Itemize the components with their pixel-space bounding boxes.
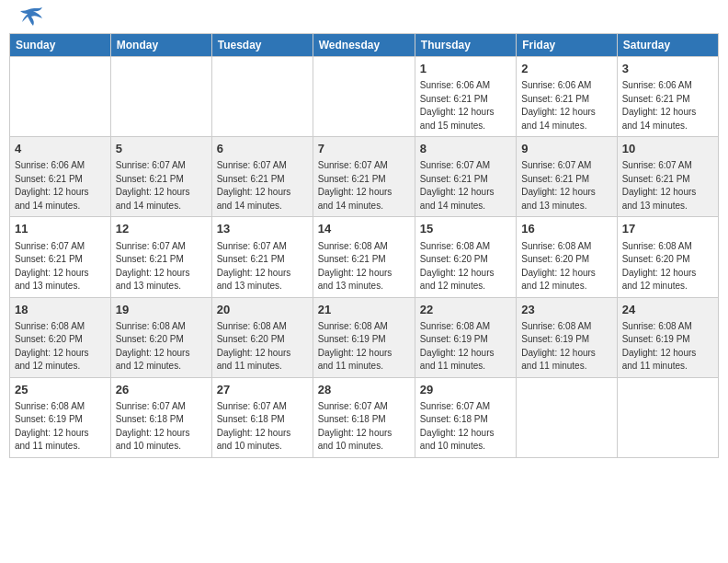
day-info: Sunrise: 6:08 AMSunset: 6:20 PMDaylight:… [420,240,511,293]
calendar-day-cell: 22Sunrise: 6:08 AMSunset: 6:19 PMDayligh… [415,297,516,377]
day-info: Sunrise: 6:07 AMSunset: 6:18 PMDaylight:… [116,400,207,454]
day-number: 8 [420,141,511,157]
day-number: 19 [116,302,207,318]
day-info: Sunrise: 6:08 AMSunset: 6:19 PMDaylight:… [420,320,511,373]
calendar-week-row: 1Sunrise: 6:06 AMSunset: 6:21 PMDaylight… [10,57,719,137]
calendar-day-cell: 4Sunrise: 6:06 AMSunset: 6:21 PMDaylight… [10,137,111,217]
day-info: Sunrise: 6:07 AMSunset: 6:21 PMDaylight:… [116,240,207,293]
day-number: 13 [217,221,308,237]
calendar-day-cell: 25Sunrise: 6:08 AMSunset: 6:19 PMDayligh… [10,377,111,457]
day-number: 20 [217,302,308,318]
day-info: Sunrise: 6:07 AMSunset: 6:18 PMDaylight:… [217,400,308,454]
day-number: 12 [116,221,207,237]
day-info: Sunrise: 6:08 AMSunset: 6:20 PMDaylight:… [521,240,611,293]
day-info: Sunrise: 6:07 AMSunset: 6:21 PMDaylight:… [217,240,308,293]
calendar-day-cell: 27Sunrise: 6:07 AMSunset: 6:18 PMDayligh… [211,377,313,457]
calendar-day-cell: 18Sunrise: 6:08 AMSunset: 6:20 PMDayligh… [10,297,111,377]
calendar-day-cell: 19Sunrise: 6:08 AMSunset: 6:20 PMDayligh… [110,297,211,377]
day-info: Sunrise: 6:08 AMSunset: 6:20 PMDaylight:… [217,320,308,373]
day-number: 14 [318,221,410,237]
day-of-week-header: Monday [110,34,211,57]
day-number: 15 [420,221,511,237]
calendar-day-cell: 7Sunrise: 6:07 AMSunset: 6:21 PMDaylight… [313,137,415,217]
calendar-day-cell: 6Sunrise: 6:07 AMSunset: 6:21 PMDaylight… [211,137,313,217]
calendar-day-cell: 11Sunrise: 6:07 AMSunset: 6:21 PMDayligh… [10,217,111,297]
calendar-day-cell [110,57,211,137]
day-number: 24 [622,302,713,318]
day-number: 9 [521,141,611,157]
calendar-day-cell: 20Sunrise: 6:08 AMSunset: 6:20 PMDayligh… [211,297,313,377]
day-number: 18 [15,302,106,318]
day-of-week-header: Sunday [10,34,111,57]
day-number: 23 [521,302,611,318]
calendar-day-cell: 9Sunrise: 6:07 AMSunset: 6:21 PMDaylight… [517,137,617,217]
day-number: 1 [420,61,511,77]
day-of-week-header: Wednesday [313,34,415,57]
day-number: 27 [217,382,308,398]
day-info: Sunrise: 6:06 AMSunset: 6:21 PMDaylight:… [420,79,511,132]
day-number: 16 [521,221,611,237]
calendar-day-cell: 14Sunrise: 6:08 AMSunset: 6:21 PMDayligh… [313,217,415,297]
calendar-day-cell [10,57,111,137]
page-header [9,9,719,26]
calendar-day-cell: 21Sunrise: 6:08 AMSunset: 6:19 PMDayligh… [313,297,415,377]
day-info: Sunrise: 6:07 AMSunset: 6:21 PMDaylight:… [217,159,308,213]
day-info: Sunrise: 6:07 AMSunset: 6:21 PMDaylight:… [622,159,713,213]
calendar-day-cell: 16Sunrise: 6:08 AMSunset: 6:20 PMDayligh… [517,217,617,297]
calendar-day-cell: 1Sunrise: 6:06 AMSunset: 6:21 PMDaylight… [415,57,516,137]
calendar-week-row: 18Sunrise: 6:08 AMSunset: 6:20 PMDayligh… [10,297,719,377]
calendar-day-cell: 3Sunrise: 6:06 AMSunset: 6:21 PMDaylight… [617,57,718,137]
day-number: 3 [622,61,713,77]
calendar-day-cell: 28Sunrise: 6:07 AMSunset: 6:18 PMDayligh… [313,377,415,457]
day-number: 11 [15,221,106,237]
calendar-week-row: 25Sunrise: 6:08 AMSunset: 6:19 PMDayligh… [10,377,719,457]
day-of-week-header: Tuesday [211,34,313,57]
calendar-day-cell: 13Sunrise: 6:07 AMSunset: 6:21 PMDayligh… [211,217,313,297]
day-number: 5 [116,141,207,157]
calendar-header-row: SundayMondayTuesdayWednesdayThursdayFrid… [10,34,719,57]
day-number: 10 [622,141,713,157]
calendar-day-cell [211,57,313,137]
calendar-day-cell: 2Sunrise: 6:06 AMSunset: 6:21 PMDaylight… [517,57,617,137]
day-number: 7 [318,141,410,157]
calendar-day-cell: 26Sunrise: 6:07 AMSunset: 6:18 PMDayligh… [110,377,211,457]
logo-bird-icon [17,7,42,26]
day-number: 4 [15,141,106,157]
day-of-week-header: Thursday [415,34,516,57]
calendar-day-cell: 5Sunrise: 6:07 AMSunset: 6:21 PMDaylight… [110,137,211,217]
day-info: Sunrise: 6:06 AMSunset: 6:21 PMDaylight:… [15,159,106,213]
day-info: Sunrise: 6:07 AMSunset: 6:21 PMDaylight:… [420,159,511,213]
day-number: 21 [318,302,410,318]
calendar-day-cell [517,377,617,457]
day-info: Sunrise: 6:07 AMSunset: 6:21 PMDaylight:… [521,159,611,213]
day-info: Sunrise: 6:08 AMSunset: 6:19 PMDaylight:… [521,320,611,373]
day-number: 17 [622,221,713,237]
day-info: Sunrise: 6:08 AMSunset: 6:19 PMDaylight:… [318,320,410,373]
day-info: Sunrise: 6:06 AMSunset: 6:21 PMDaylight:… [622,79,713,132]
calendar-day-cell: 10Sunrise: 6:07 AMSunset: 6:21 PMDayligh… [617,137,718,217]
day-number: 26 [116,382,207,398]
logo [13,15,42,26]
calendar-day-cell: 17Sunrise: 6:08 AMSunset: 6:20 PMDayligh… [617,217,718,297]
calendar-day-cell: 23Sunrise: 6:08 AMSunset: 6:19 PMDayligh… [517,297,617,377]
calendar-day-cell: 29Sunrise: 6:07 AMSunset: 6:18 PMDayligh… [415,377,516,457]
day-info: Sunrise: 6:07 AMSunset: 6:18 PMDaylight:… [420,400,511,454]
calendar-day-cell: 12Sunrise: 6:07 AMSunset: 6:21 PMDayligh… [110,217,211,297]
day-info: Sunrise: 6:08 AMSunset: 6:20 PMDaylight:… [116,320,207,373]
day-info: Sunrise: 6:08 AMSunset: 6:20 PMDaylight:… [15,320,106,373]
day-number: 28 [318,382,410,398]
calendar-table: SundayMondayTuesdayWednesdayThursdayFrid… [9,33,719,458]
calendar-week-row: 4Sunrise: 6:06 AMSunset: 6:21 PMDaylight… [10,137,719,217]
calendar-day-cell: 15Sunrise: 6:08 AMSunset: 6:20 PMDayligh… [415,217,516,297]
day-info: Sunrise: 6:07 AMSunset: 6:21 PMDaylight:… [116,159,207,213]
day-number: 22 [420,302,511,318]
day-number: 6 [217,141,308,157]
day-info: Sunrise: 6:08 AMSunset: 6:21 PMDaylight:… [318,240,410,293]
day-number: 29 [420,382,511,398]
day-number: 2 [521,61,611,77]
day-info: Sunrise: 6:08 AMSunset: 6:20 PMDaylight:… [622,240,713,293]
calendar-day-cell: 24Sunrise: 6:08 AMSunset: 6:19 PMDayligh… [617,297,718,377]
calendar-day-cell: 8Sunrise: 6:07 AMSunset: 6:21 PMDaylight… [415,137,516,217]
day-info: Sunrise: 6:07 AMSunset: 6:21 PMDaylight:… [318,159,410,213]
calendar-week-row: 11Sunrise: 6:07 AMSunset: 6:21 PMDayligh… [10,217,719,297]
